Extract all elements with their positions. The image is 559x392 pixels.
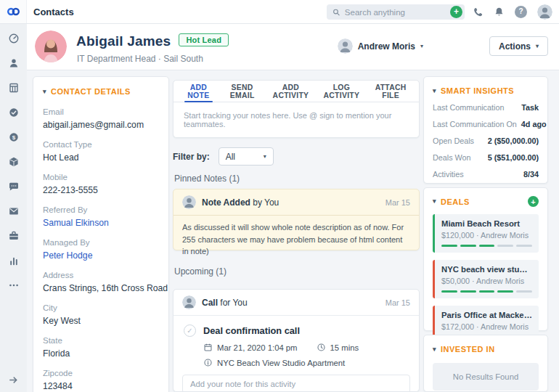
tab-attach-file[interactable]: ATTACH FILE xyxy=(367,81,415,102)
upcoming-title: Upcoming (1) xyxy=(174,266,227,277)
insight-value: 5 ($51,000.00) xyxy=(488,153,539,162)
composer-tabs: ADD NOTESEND EMAILADD ACTIVITYLOG ACTIVI… xyxy=(174,81,419,102)
activity-title-strong: Call xyxy=(202,298,218,308)
tab-send-email[interactable]: SEND EMAIL xyxy=(219,81,266,102)
nav-more-icon[interactable] xyxy=(8,279,20,291)
owner-selector[interactable]: Andrew Moris ▾ xyxy=(338,38,423,54)
field-state: StateFlorida xyxy=(43,336,159,359)
activity-header: Call for You Mar 15 xyxy=(174,290,419,315)
contact-details-header[interactable]: ▾ CONTACT DETAILS xyxy=(43,87,159,96)
nav-tasks-icon[interactable] xyxy=(8,107,20,118)
field-address: AddressCrans Strings, 16th Cross Road xyxy=(43,271,159,293)
app-window: Contacts + ? xyxy=(0,0,559,392)
contact-header: Abigail JamesHot Lead IT Department Head… xyxy=(27,24,559,70)
smart-insights-panel: ▾ SMART INSIGHTS Last CommunicationTaskL… xyxy=(423,76,548,184)
insight-row: Last Communication On4d ago xyxy=(433,120,539,128)
clock-icon xyxy=(317,343,326,352)
stage-segment xyxy=(479,245,495,247)
insight-row: Open Deals2 ($50,000.00) xyxy=(433,136,539,145)
field-city: CityKey West xyxy=(43,303,159,326)
empty-state: No Results Found xyxy=(433,363,539,391)
insight-row: Last CommunicationTask xyxy=(433,103,539,112)
add-deal-button[interactable]: + xyxy=(528,196,539,207)
activity-note-input[interactable] xyxy=(190,380,402,388)
deals-header-title[interactable]: ▾ DEALS xyxy=(433,197,470,206)
stage-segment xyxy=(460,245,476,247)
deal-amount-owner: $172,000 · Andrew Moris xyxy=(441,322,532,331)
task-title: Deal confirmation call xyxy=(203,325,300,336)
nav-dashboard-icon[interactable] xyxy=(8,33,20,44)
note-date: Mar 15 xyxy=(385,198,410,207)
nav-accounts-icon[interactable] xyxy=(8,82,20,94)
mark-complete-checkbox[interactable]: ✓ xyxy=(184,324,196,337)
nav-chat-icon[interactable] xyxy=(8,181,20,192)
field-zipcode: Zipcode123484 xyxy=(43,369,159,391)
filter-dropdown[interactable]: All ▾ xyxy=(219,147,274,166)
task-duration: 15 mins xyxy=(330,343,359,352)
activity-title-rest: for You xyxy=(218,298,248,308)
stage-segment xyxy=(460,290,476,293)
invested-in-header[interactable]: ▾ INVESTED IN xyxy=(433,345,539,354)
deal-card[interactable]: NYC beach view studio apar...$50,000 · A… xyxy=(433,260,539,298)
calendar-icon xyxy=(203,343,213,352)
contact-avatar[interactable] xyxy=(35,30,67,62)
user-avatar[interactable] xyxy=(537,4,552,20)
field-label: City xyxy=(43,303,159,312)
stage-segment xyxy=(516,245,532,247)
nav-deals-icon[interactable]: $ xyxy=(8,131,20,143)
deals-title: DEALS xyxy=(441,197,470,206)
deal-name: NYC beach view studio apar... xyxy=(441,265,532,274)
help-icon[interactable]: ? xyxy=(515,6,527,18)
insight-row: Deals Won5 ($51,000.00) xyxy=(433,153,539,162)
nav-sales-icon[interactable] xyxy=(8,230,20,242)
deal-name: Miami Beach Resort xyxy=(441,219,532,228)
tab-add-activity[interactable]: ADD ACTIVITY xyxy=(266,81,317,102)
field-value: Key West xyxy=(43,316,159,326)
phone-icon[interactable] xyxy=(473,7,483,17)
top-bar: Contacts + ? xyxy=(0,0,559,24)
field-managed-by: Managed ByPeter Hodge xyxy=(43,238,159,261)
nav-products-icon[interactable] xyxy=(8,156,20,168)
task-datetime-row: Mar 21, 2020 1:04 pm 15 mins xyxy=(174,337,419,352)
note-editor[interactable] xyxy=(174,102,419,144)
notifications-bell-icon[interactable] xyxy=(494,7,505,17)
owner-avatar xyxy=(338,38,353,54)
field-contact-type: Contact TypeHot Lead xyxy=(43,140,159,163)
contact-details-title: CONTACT DETAILS xyxy=(51,87,131,96)
upcoming-activity-card[interactable]: Call for You Mar 15 ✓ Deal confirmation … xyxy=(173,289,420,392)
field-value[interactable]: Samual Elkinson xyxy=(43,218,159,228)
collapse-caret-icon: ▾ xyxy=(43,89,46,95)
actions-button[interactable]: Actions ▾ xyxy=(489,36,548,56)
deals-header: ▾ DEALS + xyxy=(424,196,547,207)
collapse-caret-icon: ▾ xyxy=(433,88,436,94)
pinned-note-card[interactable]: Note Added by You Mar 15 As discussed it… xyxy=(173,189,420,250)
nav-contacts-icon[interactable] xyxy=(8,57,20,69)
field-label: Contact Type xyxy=(43,140,159,149)
insight-label: Deals Won xyxy=(433,153,471,162)
note-input[interactable] xyxy=(184,111,409,133)
deals-panel: ▾ DEALS + Miami Beach Resort$120,000 · A… xyxy=(423,187,548,331)
note-title-rest: by You xyxy=(250,197,279,208)
app-logo[interactable] xyxy=(0,0,27,23)
field-email: Emailabigail.james@gmail.com xyxy=(43,107,159,130)
field-value[interactable]: Peter Hodge xyxy=(43,250,159,261)
tab-log-activity[interactable]: LOG ACTIVITY xyxy=(316,81,367,102)
insight-value: Task xyxy=(521,103,539,112)
tab-add-note[interactable]: ADD NOTE xyxy=(178,81,219,102)
chevron-down-icon: ▾ xyxy=(536,44,539,49)
global-search[interactable] xyxy=(327,4,465,20)
nav-email-icon[interactable] xyxy=(8,205,20,217)
search-input[interactable] xyxy=(345,8,459,17)
rail-collapse[interactable] xyxy=(0,375,27,385)
smart-insights-header[interactable]: ▾ SMART INSIGHTS xyxy=(433,86,539,95)
nav-reports-icon[interactable] xyxy=(8,255,20,266)
composer-panel: ADD NOTESEND EMAILADD ACTIVITYLOG ACTIVI… xyxy=(173,80,420,138)
field-label: Email xyxy=(43,107,159,116)
insight-value: 2 ($50,000.00) xyxy=(488,136,539,145)
note-author-avatar xyxy=(182,195,196,209)
field-label: State xyxy=(43,336,159,345)
activity-note-box[interactable] xyxy=(182,375,410,392)
note-body: As discussed it will show whole note des… xyxy=(174,216,419,264)
quick-add-button[interactable]: + xyxy=(450,6,462,18)
deal-card[interactable]: Miami Beach Resort$120,000 · Andrew Mori… xyxy=(433,214,539,253)
